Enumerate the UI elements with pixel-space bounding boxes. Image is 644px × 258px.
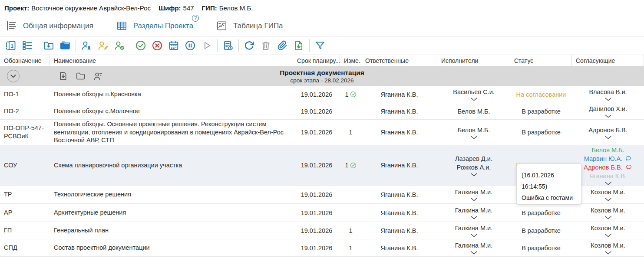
create-copy-icon[interactable]: 1 <box>4 39 17 52</box>
table-row[interactable]: ПО-2Полевые обходы с.Молочное19.01.2026Я… <box>0 103 644 120</box>
approver-name: Козлов М.и. <box>591 224 625 232</box>
attachment-icon[interactable] <box>276 39 289 52</box>
row-approvers: Адронов Б.В. <box>572 120 644 145</box>
delete-icon[interactable] <box>259 39 272 52</box>
project-sections-window: Проект: Восточное окружение Аврайск-Вел-… <box>0 0 644 258</box>
start-icon[interactable] <box>200 39 213 52</box>
approvers-expand-chevron-icon[interactable] <box>605 198 611 201</box>
folder-download-icon[interactable] <box>42 39 55 52</box>
row-planned-date: 19.01.2026 <box>293 86 340 103</box>
comment-icon[interactable] <box>625 155 632 162</box>
gip-value: Белов М.Б. <box>219 4 253 12</box>
export-icon[interactable] <box>292 39 305 52</box>
tab-project-sections[interactable]: Разделы Проекта ? <box>116 20 193 32</box>
row-code: ТР <box>0 186 50 203</box>
toolbar-separator <box>217 39 218 52</box>
col-responsible[interactable]: Ответственные <box>361 55 437 66</box>
approver-name: Козлов М.и. <box>591 241 625 250</box>
collapse-group-button[interactable] <box>7 70 20 82</box>
row-executors: Галкина М.и. <box>437 204 510 222</box>
col-change[interactable]: Изме... <box>340 55 361 66</box>
executors-expand-chevron-icon[interactable] <box>471 136 477 139</box>
tab-general-info-label: Общая информация <box>23 22 93 30</box>
approvers-expand-chevron-icon[interactable] <box>605 216 611 219</box>
executor-name: Лазарев Д.и. <box>455 154 492 163</box>
toolbar: 1 <box>0 36 644 55</box>
calendar-icon[interactable] <box>167 39 180 52</box>
checklist-icon[interactable] <box>21 39 34 52</box>
filter-icon[interactable] <box>314 39 327 52</box>
col-approvers[interactable]: Согласующие <box>572 55 644 66</box>
folder-move-icon[interactable] <box>59 39 72 52</box>
group-user-filter-icon[interactable] <box>93 71 103 81</box>
row-code: АР <box>0 204 50 222</box>
svg-text:1: 1 <box>11 43 13 49</box>
row-planned-date: 19.01.2026 <box>293 186 340 203</box>
row-approvers: Белов М.Б.Марвин Ю.А.Адронов Б.В.Яганина… <box>572 145 644 185</box>
row-executors: Васильев С.и. <box>437 86 510 103</box>
row-approvers: Данилов Х.и. <box>572 103 644 119</box>
row-executors: Лазарев Д.и.Рожков А.и. <box>437 145 510 185</box>
row-planned-date: 19.01.2026 <box>293 239 340 256</box>
col-executors[interactable]: Исполнители <box>437 55 510 66</box>
row-code: СПД <box>0 239 50 256</box>
executors-expand-chevron-icon[interactable] <box>471 198 477 201</box>
executors-expand-chevron-icon[interactable] <box>471 98 477 101</box>
approver-name: Козлов М.и. <box>591 206 625 215</box>
pause-icon[interactable] <box>184 39 197 52</box>
row-code: СОУ <box>0 145 50 185</box>
group-calendar-icon[interactable] <box>41 71 51 81</box>
row-change: 1 <box>340 239 361 256</box>
approver-name: Козлов М.и. <box>591 188 625 196</box>
row-code: ПО-ОПР-547-РСВОиК <box>0 120 50 145</box>
table-row[interactable]: ПО-ОПР-547-РСВОиКПолевые обходы. Основны… <box>0 120 644 145</box>
executors-expand-chevron-icon[interactable] <box>471 216 477 219</box>
group-download-icon[interactable] <box>58 71 68 81</box>
col-code[interactable]: Обозначение <box>0 55 50 66</box>
row-responsible: Яганина К.В. <box>361 204 437 222</box>
refresh-icon[interactable] <box>243 39 256 52</box>
row-executors: Галкина М.и. <box>437 239 510 256</box>
executors-expand-chevron-icon[interactable] <box>471 234 477 237</box>
approvers-expand-chevron-icon[interactable] <box>605 234 611 237</box>
change-approved-icon <box>350 91 357 98</box>
approvers-expand-chevron-icon[interactable] <box>605 251 611 255</box>
table-row[interactable]: АРАрхитектурные решения19.01.2026Яганина… <box>0 204 644 222</box>
tab-gip-table[interactable]: Таблица ГИПа <box>216 20 283 32</box>
executors-expand-chevron-icon[interactable] <box>471 251 477 255</box>
row-change: 1 <box>340 86 361 103</box>
approvers-expand-chevron-icon[interactable] <box>605 182 611 185</box>
row-name: Технологические решения <box>50 186 293 203</box>
help-badge[interactable]: ? <box>192 15 199 22</box>
toolbar-separator <box>130 39 130 52</box>
group-folder-icon[interactable] <box>76 71 86 81</box>
col-planned-date[interactable]: Срок планиру... <box>293 55 340 66</box>
table-row[interactable]: СПДСостав проектной документации19.01.20… <box>0 239 644 257</box>
approvers-expand-chevron-icon[interactable] <box>605 136 611 139</box>
executor-name: Белов М.Б. <box>457 126 490 134</box>
col-name[interactable]: Наименование <box>50 55 293 66</box>
toolbar-separator <box>38 39 38 52</box>
col-status[interactable]: Статус <box>510 55 572 66</box>
approvers-expand-chevron-icon[interactable] <box>605 114 611 118</box>
table-row[interactable]: ПО-1Полевые обходы п.Красновка19.01.2026… <box>0 86 644 103</box>
reject-icon[interactable] <box>151 39 164 52</box>
change-approved-icon <box>350 162 357 169</box>
tab-general-info[interactable]: Общая информация <box>6 20 93 32</box>
row-executors: Галкина М.и. <box>437 222 510 239</box>
tab-gip-table-label: Таблица ГИПа <box>233 22 283 30</box>
report-icon[interactable] <box>221 39 234 52</box>
approver-name: Адронов Б.В. <box>588 126 627 134</box>
row-name: Полевые обходы. Основные проектные решен… <box>50 120 293 145</box>
approvers-expand-chevron-icon[interactable] <box>605 98 611 101</box>
project-info-bar: Проект: Восточное окружение Аврайск-Вел-… <box>0 0 644 16</box>
assign-user-icon[interactable] <box>80 39 93 52</box>
table-row[interactable]: ГПГенеральный план19.01.20261Яганина К.В… <box>0 222 644 239</box>
approve-user-icon[interactable] <box>113 39 126 52</box>
executors-expand-chevron-icon[interactable] <box>471 173 477 176</box>
approve-icon[interactable] <box>134 39 147 52</box>
row-status: В разработке <box>510 222 572 239</box>
comment-icon[interactable] <box>625 164 632 170</box>
gip-label: ГИП: <box>202 4 217 12</box>
edit-user-icon[interactable] <box>96 39 109 52</box>
